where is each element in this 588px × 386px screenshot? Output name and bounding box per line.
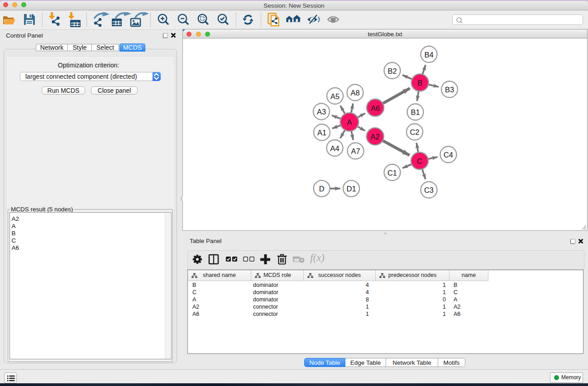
svg-text:B1: B1: [411, 108, 420, 116]
svg-text:B3: B3: [445, 86, 454, 94]
svg-text:A3: A3: [317, 108, 326, 116]
svg-text:A: A: [347, 118, 352, 126]
svg-text:A7: A7: [351, 147, 360, 155]
svg-text:A2: A2: [371, 133, 380, 141]
svg-text:C4: C4: [444, 151, 453, 159]
svg-text:C3: C3: [424, 186, 434, 194]
svg-text:C2: C2: [410, 128, 419, 136]
svg-text:B: B: [417, 79, 422, 87]
svg-text:A4: A4: [330, 144, 339, 152]
svg-text:D: D: [319, 185, 325, 193]
svg-text:C1: C1: [387, 169, 397, 177]
svg-text:A8: A8: [350, 89, 359, 97]
svg-text:C: C: [417, 157, 422, 165]
svg-text:A5: A5: [330, 92, 339, 100]
svg-text:D1: D1: [347, 185, 356, 193]
svg-text:B4: B4: [424, 51, 433, 59]
svg-text:A1: A1: [317, 129, 326, 137]
svg-text:B2: B2: [387, 67, 397, 75]
svg-text:A6: A6: [371, 104, 380, 112]
